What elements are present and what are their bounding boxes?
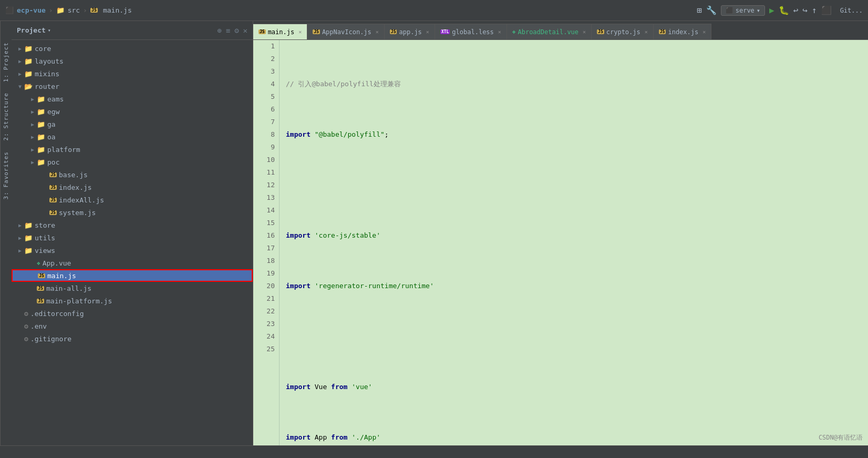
code-line-1: // 引入@babel/polyfill处理兼容	[286, 78, 868, 90]
structure-tab-2[interactable]: 2: Structure	[3, 93, 9, 140]
code-editor[interactable]: 12345 678910 1112131415 1617181920 21222…	[253, 40, 868, 445]
editor-area: JS main.js ✕ JS AppNavIcon.js ✕ JS app.j…	[253, 21, 868, 445]
js-tab-icon: JS	[259, 29, 266, 34]
settings-icon[interactable]: ⚙	[234, 26, 239, 35]
sidebar-item-views[interactable]: ▶ 📁 views	[12, 244, 253, 257]
sidebar-actions: ⊕ ≡ ⚙ ✕	[217, 26, 247, 35]
tab-global-less[interactable]: XTL global.less ✕	[435, 24, 507, 39]
toolbar-icon-1[interactable]: ⊞	[697, 5, 702, 15]
js-icon: JS	[38, 273, 45, 278]
stop-icon[interactable]: ⬛	[821, 5, 832, 15]
close-tab-global-less[interactable]: ✕	[498, 29, 501, 35]
tabs-bar: JS main.js ✕ JS AppNavIcon.js ✕ JS app.j…	[253, 21, 868, 40]
close-sidebar-icon[interactable]: ✕	[243, 26, 247, 35]
sidebar-item-router[interactable]: ▼ 📂 router	[12, 80, 253, 93]
sidebar-item-egw[interactable]: ▶ 📁 egw	[12, 105, 253, 118]
debug-icon[interactable]: 🐛	[779, 5, 789, 15]
locate-icon[interactable]: ⊕	[217, 26, 221, 35]
folder-icon: 📁	[37, 95, 45, 103]
folder-icon: 📁	[37, 146, 45, 154]
sidebar-item-eams[interactable]: ▶ 📁 eams	[12, 93, 253, 105]
close-tab-app-js[interactable]: ✕	[426, 29, 429, 35]
file-name: main.js	[103, 6, 132, 14]
run-icon[interactable]: ▶	[769, 5, 774, 15]
sidebar-item-platform[interactable]: ▶ 📁 platform	[12, 143, 253, 156]
sidebar-item-main-js[interactable]: JS main.js	[12, 269, 253, 282]
line-numbers: 12345 678910 1112131415 1617181920 21222…	[253, 40, 280, 445]
chevron-icon: ▶	[16, 248, 24, 253]
breadcrumb: ⬛ ecp-vue › 📁 src › JS main.js	[5, 6, 132, 14]
close-tab-abroad[interactable]: ✕	[583, 29, 586, 35]
structure-tab-3[interactable]: 3: Favorites	[3, 151, 9, 199]
chevron-icon: ▶	[28, 147, 37, 152]
folder-icon: 📁	[24, 70, 33, 78]
close-tab-main-js[interactable]: ✕	[298, 29, 302, 35]
folder-open-icon: 📂	[24, 83, 33, 90]
top-bar: ⬛ ecp-vue › 📁 src › JS main.js ⊞ 🔧 ⬛ ser…	[0, 0, 868, 21]
tab-main-js[interactable]: JS main.js ✕	[253, 24, 307, 39]
tab-app-js[interactable]: JS app.js ✕	[385, 24, 435, 39]
js-icon: JS	[90, 8, 98, 13]
cfg-icon: ⚙	[24, 310, 28, 318]
js-icon: JS	[37, 299, 44, 303]
main-layout: 1: Project 2: Structure 3: Favorites Pro…	[0, 21, 868, 445]
folder-icon: 📁	[37, 158, 45, 166]
chevron-icon: ▶	[16, 235, 24, 241]
vue-icon: ❖	[37, 260, 40, 267]
chevron-icon: ▶	[16, 222, 24, 228]
sidebar-item-layouts[interactable]: ▶ 📁 layouts	[12, 55, 253, 67]
sidebar-item-ga[interactable]: ▶ 📁 ga	[12, 118, 253, 130]
tab-appnavicon-js[interactable]: JS AppNavIcon.js ✕	[307, 24, 385, 39]
tab-index-js[interactable]: JS index.js ✕	[654, 24, 711, 39]
status-bar: CSDN@有语忆语	[0, 445, 868, 458]
js-icon: JS	[49, 198, 57, 202]
structure-tab-1[interactable]: 1: Project	[3, 42, 9, 82]
dropdown-arrow[interactable]: ▾	[48, 27, 51, 33]
tab-crypto-js[interactable]: JS crypto.js ✕	[592, 24, 654, 39]
close-tab-appnavicon[interactable]: ✕	[376, 29, 379, 35]
sidebar-item-editorconfig[interactable]: ⚙ .editorconfig	[12, 307, 253, 320]
src-label: src	[68, 6, 80, 14]
sidebar-item-main-platform-js[interactable]: JS main-platform.js	[12, 294, 253, 307]
env-icon: ⚙	[24, 322, 28, 330]
folder-icon: 📁	[37, 133, 45, 141]
code-content[interactable]: // 引入@babel/polyfill处理兼容 import "@babel/…	[280, 40, 868, 445]
js-tab-icon: JS	[313, 29, 320, 34]
sidebar-item-app-vue[interactable]: ❖ App.vue	[12, 257, 253, 269]
git-label[interactable]: Git...	[840, 7, 863, 14]
project-name[interactable]: ecp-vue	[17, 6, 46, 14]
sidebar-item-system-js[interactable]: JS system.js	[12, 206, 253, 219]
chevron-icon: ▶	[28, 96, 37, 102]
sidebar-item-env[interactable]: ⚙ .env	[12, 320, 253, 332]
chevron-down-icon: ▾	[757, 7, 760, 14]
folder-icon: 📁	[24, 45, 33, 53]
sidebar-item-oa[interactable]: ▶ 📁 oa	[12, 130, 253, 143]
tab-abroad-detail-vue[interactable]: ❖ AbroadDetail.vue ✕	[507, 24, 592, 39]
sidebar-item-mixins[interactable]: ▶ 📁 mixins	[12, 67, 253, 80]
js-icon: JS	[49, 210, 57, 215]
sidebar-item-store[interactable]: ▶ 📁 store	[12, 219, 253, 231]
sidebar-item-core[interactable]: ▶ 📁 core	[12, 42, 253, 55]
toolbar-icon-2[interactable]: 🔧	[706, 5, 717, 15]
back-icon[interactable]: ↩	[793, 5, 799, 15]
sidebar-item-index-js[interactable]: JS index.js	[12, 181, 253, 194]
js-tab-icon: JS	[597, 29, 604, 34]
sidebar-item-utils[interactable]: ▶ 📁 utils	[12, 231, 253, 244]
project-icon: ⬛	[5, 6, 14, 14]
close-tab-crypto[interactable]: ✕	[645, 29, 648, 35]
sidebar-item-base-js[interactable]: JS base.js	[12, 168, 253, 181]
up-icon[interactable]: ↑	[812, 5, 817, 15]
close-tab-index[interactable]: ✕	[702, 29, 706, 35]
sidebar-item-indexall-js[interactable]: JS indexAll.js	[12, 194, 253, 206]
code-line-2: import "@babel/polyfill";	[286, 128, 868, 141]
serve-button[interactable]: ⬛ serve ▾	[721, 5, 765, 16]
forward-icon[interactable]: ↪	[802, 5, 808, 15]
sidebar-item-main-all-js[interactable]: JS main-all.js	[12, 282, 253, 294]
sidebar-header: Project ▾ ⊕ ≡ ⚙ ✕	[12, 21, 253, 40]
chevron-icon: ▶	[16, 58, 24, 64]
collapse-icon[interactable]: ≡	[226, 26, 230, 35]
less-tab-icon: XTL	[440, 29, 450, 34]
sidebar-item-gitignore[interactable]: ⚙ .gitignore	[12, 332, 253, 345]
serve-icon: ⬛	[726, 7, 733, 14]
sidebar-item-poc[interactable]: ▶ 📁 poc	[12, 156, 253, 168]
